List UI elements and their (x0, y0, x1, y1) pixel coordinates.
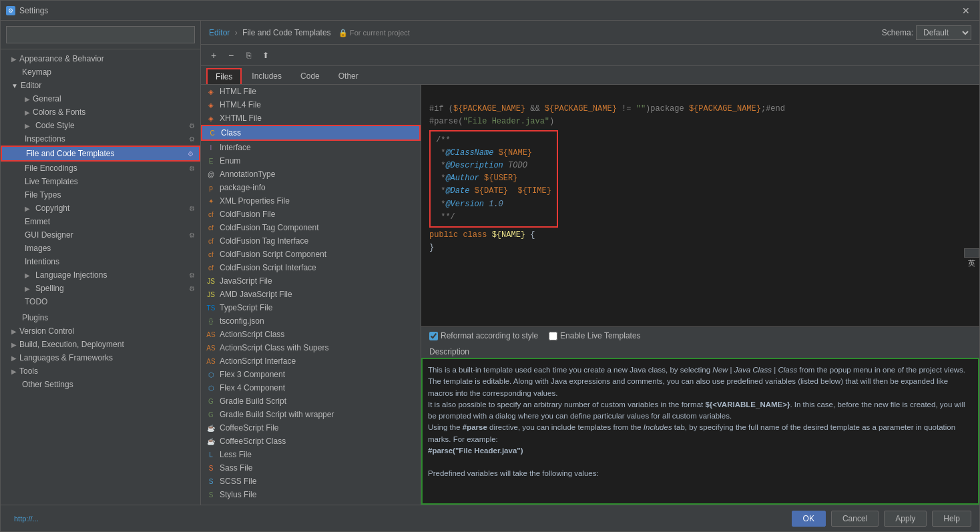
file-item-interface[interactable]: I Interface (201, 141, 421, 154)
sidebar-item-file-encodings[interactable]: File Encodings ⚙ (1, 162, 200, 175)
file-item-xml-properties[interactable]: ✦ XML Properties File (201, 194, 421, 208)
files-editor-split: ◈ HTML File ◈ HTML4 File ◈ XHTML File C … (201, 85, 979, 505)
tab-code[interactable]: Code (292, 68, 328, 84)
file-item-html[interactable]: ◈ HTML File (201, 85, 421, 98)
file-item-as-int[interactable]: AS ActionScript Interface (201, 354, 421, 368)
file-item-html4[interactable]: ◈ HTML4 File (201, 98, 421, 111)
sidebar-item-label: Spelling (35, 284, 64, 293)
help-button[interactable]: Help (932, 511, 971, 527)
reformat-checkbox-label[interactable]: Reformat according to style (429, 331, 538, 340)
sidebar-item-appearance[interactable]: ▶ Appearance & Behavior (1, 52, 200, 65)
file-item-enum[interactable]: E Enum (201, 154, 421, 168)
side-button[interactable]: 英 (964, 248, 979, 258)
file-item-cf-script-int[interactable]: cf ColdFusion Script Interface (201, 261, 421, 274)
file-item-flex4[interactable]: ⬡ Flex 4 Component (201, 381, 421, 394)
expand-icon: ▶ (25, 205, 30, 212)
sidebar-item-tools[interactable]: ▶ Tools (1, 364, 200, 378)
sidebar-item-intentions[interactable]: Intentions (1, 255, 200, 268)
sidebar-item-spelling[interactable]: ▶ Spelling ⚙ (1, 282, 200, 295)
reformat-checkbox[interactable] (429, 332, 438, 340)
sidebar-item-general[interactable]: ▶ General (1, 92, 200, 105)
ok-button[interactable]: OK (792, 511, 826, 527)
cf-tag-int-icon: cf (206, 236, 216, 246)
remove-button[interactable]: − (224, 48, 238, 63)
file-item-label: Gradle Build Script (220, 396, 286, 406)
sidebar-item-file-code-templates[interactable]: File and Code Templates ⚙ (1, 146, 200, 162)
file-item-coffee[interactable]: ☕ CoffeeScript File (201, 421, 421, 435)
breadcrumb-editor[interactable]: Editor (209, 28, 230, 37)
sidebar-item-plugins[interactable]: Plugins (1, 311, 200, 324)
file-item-class[interactable]: C Class (201, 125, 421, 141)
sidebar-item-emmet[interactable]: Emmet (1, 215, 200, 228)
sidebar-item-label: Appearance & Behavior (19, 54, 104, 63)
expand-icon: ▶ (25, 272, 30, 279)
file-item-stylus[interactable]: S Stylus File (201, 488, 421, 501)
file-item-cf-tag[interactable]: cf ColdFusion Tag Component (201, 221, 421, 234)
bottom-bar: Reformat according to style Enable Live … (421, 326, 979, 344)
expand-icon: ▶ (11, 341, 17, 348)
export-button[interactable]: ⬆ (258, 48, 273, 63)
file-item-tsconfig[interactable]: {} tsconfig.json (201, 314, 421, 328)
expand-icon: ▶ (25, 285, 30, 292)
file-item-cf-script[interactable]: cf ColdFusion Script Component (201, 248, 421, 261)
search-input[interactable] (6, 26, 195, 43)
sidebar-item-languages[interactable]: ▶ Languages & Frameworks (1, 351, 200, 364)
sidebar-item-live-templates[interactable]: Live Templates (1, 175, 200, 188)
tab-other[interactable]: Other (330, 68, 367, 84)
file-item-cf-tag-int[interactable]: cf ColdFusion Tag Interface (201, 234, 421, 248)
file-item-label: ActionScript Class (220, 330, 284, 339)
right-panel: Editor › File and Code Templates 🔒 For c… (201, 21, 979, 505)
file-item-label: Enum (220, 156, 240, 166)
file-item-flex3[interactable]: ⬡ Flex 3 Component (201, 368, 421, 381)
code-editor[interactable]: #if (${PACKAGE_NAME} && ${PACKAGE_NAME} … (421, 85, 979, 326)
file-item-xhtml[interactable]: ◈ XHTML File (201, 111, 421, 125)
copy-button[interactable]: ⎘ (241, 48, 256, 63)
file-item-package-info[interactable]: p package-info (201, 181, 421, 194)
flex4-icon: ⬡ (206, 383, 216, 392)
sidebar-item-version-control[interactable]: ▶ Version Control (1, 324, 200, 338)
sidebar-item-editor[interactable]: ▼ Editor (1, 79, 200, 92)
sidebar-item-gui-designer[interactable]: GUI Designer ⚙ (1, 228, 200, 242)
schema-dropdown[interactable]: Default (916, 25, 971, 40)
live-templates-checkbox[interactable] (549, 332, 557, 340)
sidebar-item-images[interactable]: Images (1, 242, 200, 255)
tab-includes[interactable]: Includes (243, 68, 290, 84)
file-item-annotation[interactable]: @ AnnotationType (201, 168, 421, 181)
tab-files[interactable]: Files (206, 68, 242, 84)
xml-icon: ✦ (206, 196, 216, 206)
expand-icon: ▼ (11, 82, 18, 89)
sidebar-item-code-style[interactable]: ▶ Code Style ⚙ (1, 119, 200, 132)
file-item-js[interactable]: JS JavaScript File (201, 274, 421, 288)
sidebar-item-language-injections[interactable]: ▶ Language Injections ⚙ (1, 268, 200, 282)
file-item-label: SCSS File (220, 477, 256, 486)
file-item-ts[interactable]: TS TypeScript File (201, 301, 421, 314)
live-templates-checkbox-label[interactable]: Enable Live Templates (549, 331, 641, 340)
sidebar-item-keymap[interactable]: Keymap (1, 65, 200, 79)
file-item-gradle-wrapper[interactable]: G Gradle Build Script with wrapper (201, 408, 421, 421)
close-button[interactable]: ✕ (958, 4, 974, 17)
file-item-sass[interactable]: S Sass File (201, 461, 421, 475)
cancel-button[interactable]: Cancel (831, 511, 879, 527)
sidebar-item-label: Copyright (35, 204, 69, 213)
file-item-amd-js[interactable]: JS AMD JavaScript File (201, 288, 421, 301)
badge-icon: ⚙ (189, 122, 195, 129)
sidebar-item-copyright[interactable]: ▶ Copyright ⚙ (1, 202, 200, 215)
sidebar-item-inspections[interactable]: Inspections ⚙ (1, 132, 200, 146)
apply-button[interactable]: Apply (884, 511, 927, 527)
footer-link: http://... (14, 515, 39, 523)
sidebar-item-other-settings[interactable]: Other Settings (1, 378, 200, 391)
sidebar-item-file-types[interactable]: File Types (1, 188, 200, 202)
sidebar-item-todo[interactable]: TODO (1, 295, 200, 308)
file-item-as-supers[interactable]: AS ActionScript Class with Supers (201, 341, 421, 354)
file-item-scss[interactable]: S SCSS File (201, 475, 421, 488)
file-item-gradle[interactable]: G Gradle Build Script (201, 394, 421, 408)
add-button[interactable]: + (206, 48, 221, 63)
file-item-label: JavaScript File (220, 276, 272, 286)
file-item-coldfusion[interactable]: cf ColdFusion File (201, 208, 421, 221)
file-item-as-class[interactable]: AS ActionScript Class (201, 328, 421, 341)
breadcrumb: Editor › File and Code Templates 🔒 For c… (209, 28, 410, 37)
file-item-coffee-class[interactable]: ☕ CoffeeScript Class (201, 435, 421, 448)
sidebar-item-build[interactable]: ▶ Build, Execution, Deployment (1, 338, 200, 351)
sidebar-item-colors-fonts[interactable]: ▶ Colors & Fonts (1, 105, 200, 119)
file-item-less[interactable]: L Less File (201, 448, 421, 461)
